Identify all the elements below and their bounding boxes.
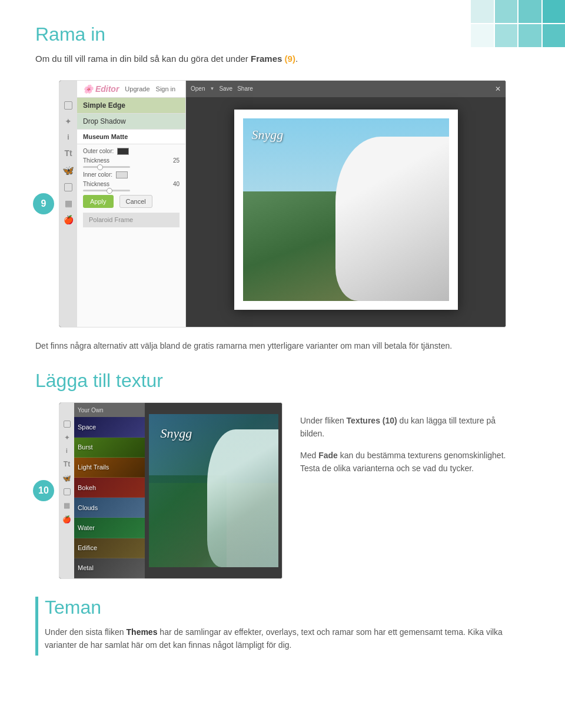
teman-title: Teman xyxy=(45,597,530,618)
slider-thumb-1[interactable] xyxy=(97,164,103,170)
number-badge-9: 9 xyxy=(33,193,54,214)
thickness-slider-2[interactable] xyxy=(83,190,180,191)
editor-top-controls: Open ▼ Save Share ✕ xyxy=(186,81,506,97)
inner-color-row: Inner color: xyxy=(83,171,180,178)
apply-button[interactable]: Apply xyxy=(83,195,114,208)
editor-toolbar: 🌸 Editor Upgrade Sign in xyxy=(77,81,185,98)
texture-snygg-text: Snygg xyxy=(161,426,192,441)
lagga-sidebar-adjust[interactable]: ✦ xyxy=(64,434,70,442)
outer-color-swatch[interactable] xyxy=(117,148,129,155)
lagga-screenshot-wrapper: 10 ✦ i Tt 🦋 ▦ 🍎 xyxy=(59,402,282,579)
sidebar-icon-butterfly[interactable]: 🦋 xyxy=(62,165,74,176)
lagga-screenshot: ✦ i Tt 🦋 ▦ 🍎 Your Own Spac xyxy=(59,402,282,579)
lagga-text-p2: Med Fade kan du bestämma texturens genom… xyxy=(300,449,512,475)
texture-item-water[interactable]: Water xyxy=(74,518,145,538)
number-badge-10: 10 xyxy=(33,480,54,501)
thickness-slider-1[interactable] xyxy=(83,166,180,168)
lagga-sidebar-info[interactable]: i xyxy=(66,448,68,454)
preview-text-snygg: Snygg xyxy=(252,127,284,143)
frame-polaroid[interactable]: Polaroid Frame xyxy=(83,213,180,227)
dog-layer xyxy=(335,137,449,301)
deco-square-7 xyxy=(519,24,541,47)
frame-drop-shadow[interactable]: Drop Shadow xyxy=(77,114,185,130)
open-arrow: ▼ xyxy=(210,86,214,91)
section-teman: Teman Under den sista fliken Themes har … xyxy=(35,597,530,652)
texture-item-metal[interactable]: Metal xyxy=(74,558,145,578)
deco-square-5 xyxy=(471,24,494,47)
rama-intro: Om du till vill rama in din bild så kan … xyxy=(35,52,530,66)
sidebar-icon-text[interactable]: i xyxy=(67,133,69,141)
cancel-button[interactable]: Cancel xyxy=(119,195,152,208)
close-btn[interactable]: ✕ xyxy=(495,85,501,93)
lagga-sidebar-crop[interactable] xyxy=(64,421,71,428)
deco-square-4 xyxy=(543,0,566,23)
deco-square-6 xyxy=(495,24,518,47)
texture-item-clouds[interactable]: Clouds xyxy=(74,498,145,518)
share-btn[interactable]: Share xyxy=(237,85,253,92)
editor-screenshot-wrapper: 9 ✦ i Tt 🦋 ▦ 🍎 🌸 Editor xyxy=(59,80,506,327)
texture-panel: Your Own Space Burst Light Trails Bokeh … xyxy=(74,403,145,578)
sidebar-icon-adjust[interactable]: ✦ xyxy=(65,117,72,126)
slider-thumb-2[interactable] xyxy=(107,188,112,194)
lagga-sidebar-tt[interactable]: Tt xyxy=(64,460,70,468)
thickness-row-2: Thickness 40 xyxy=(83,181,180,187)
rama-description: Det finns några alternativ att välja bla… xyxy=(35,339,530,352)
upgrade-btn[interactable]: Upgrade xyxy=(125,85,149,92)
texture-preview-image: Snygg xyxy=(149,414,278,567)
frame-buttons: Apply Cancel xyxy=(83,195,180,208)
open-btn[interactable]: Open xyxy=(191,85,205,92)
texture-overlay-dog xyxy=(207,429,278,567)
frames-panel: 🌸 Editor Upgrade Sign in Simple Edge Dro… xyxy=(77,81,186,327)
preview-image: Snygg xyxy=(243,118,449,301)
sidebar-icon-apple[interactable]: 🍎 xyxy=(64,215,74,224)
section-rama: Rama in Om du till vill rama in din bild… xyxy=(35,24,530,352)
texture-header: Your Own xyxy=(74,403,145,417)
frame-settings: Outer color: Thickness 25 xyxy=(77,144,185,327)
texture-item-bokeh[interactable]: Bokeh xyxy=(74,478,145,498)
sidebar-icon-frame[interactable] xyxy=(64,183,72,191)
texture-item-light-trails[interactable]: Light Trails xyxy=(74,458,145,478)
rama-title: Rama in xyxy=(35,24,530,45)
teman-text: Under den sista fliken Themes har de sam… xyxy=(45,626,530,652)
lagga-sidebar-butterfly[interactable]: 🦋 xyxy=(62,474,71,482)
lagga-sidebar-apple[interactable]: 🍎 xyxy=(62,515,71,524)
deco-square-8 xyxy=(543,24,566,47)
editor-preview: Open ▼ Save Share ✕ xyxy=(186,81,506,327)
texture-item-burst[interactable]: Burst xyxy=(74,438,145,458)
slider-track-2[interactable] xyxy=(83,190,130,191)
lagga-sidebar-icons: ✦ i Tt 🦋 ▦ 🍎 xyxy=(59,403,74,578)
lagga-sidebar-texture[interactable]: ▦ xyxy=(64,501,70,509)
deco-square-3 xyxy=(519,0,541,23)
frame-museum-matte: Museum Matte xyxy=(77,130,185,144)
thickness-row-1: Thickness 25 xyxy=(83,157,180,164)
lagga-description: Under fliken Textures (10) du kan lägga … xyxy=(282,402,530,579)
deco-square-1 xyxy=(471,0,494,23)
frame-simple-edge[interactable]: Simple Edge xyxy=(77,98,185,114)
signin-btn[interactable]: Sign in xyxy=(156,85,176,92)
lagga-content: 10 ✦ i Tt 🦋 ▦ 🍎 xyxy=(35,402,530,579)
editor-logo: 🌸 Editor xyxy=(83,84,119,94)
section-lagga: Lägga till textur 10 ✦ i Tt 🦋 ▦ 🍎 xyxy=(35,370,530,579)
teman-accent-bar xyxy=(35,597,38,656)
editor-sidebar: ✦ i Tt 🦋 ▦ 🍎 xyxy=(59,81,77,327)
outer-color-row: Outer color: xyxy=(83,148,180,155)
texture-item-space[interactable]: Space xyxy=(74,417,145,437)
preview-frame: Snygg xyxy=(234,110,458,310)
slider-track-1[interactable] xyxy=(83,166,130,168)
lagga-text-p1: Under fliken Textures (10) du kan lägga … xyxy=(300,414,512,441)
frame-polaroid-row: Polaroid Frame xyxy=(83,213,180,227)
decorative-squares xyxy=(471,0,565,47)
deco-square-2 xyxy=(495,0,518,23)
lagga-title: Lägga till textur xyxy=(35,370,530,392)
save-btn[interactable]: Save xyxy=(219,85,232,92)
editor-screenshot: ✦ i Tt 🦋 ▦ 🍎 🌸 Editor Upgrade Sign in xyxy=(59,80,506,327)
lagga-sidebar-frame[interactable] xyxy=(64,488,71,495)
sidebar-icon-tt[interactable]: Tt xyxy=(64,148,72,158)
sidebar-icon-crop[interactable] xyxy=(64,101,72,110)
sidebar-icon-texture[interactable]: ▦ xyxy=(65,198,72,208)
inner-color-swatch[interactable] xyxy=(116,171,128,178)
texture-item-edifice[interactable]: Edifice xyxy=(74,538,145,558)
texture-preview: Snygg xyxy=(145,403,282,578)
